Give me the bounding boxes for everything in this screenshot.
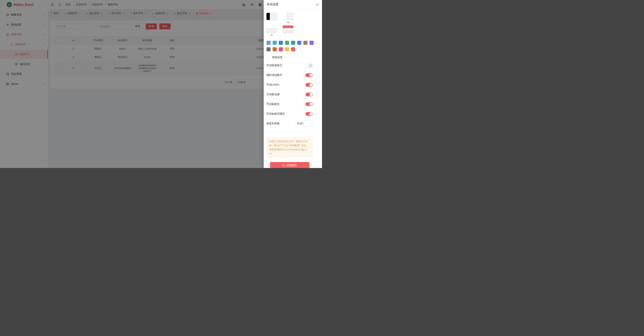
- toggle-knob: [310, 74, 312, 77]
- theme-color-swatch[interactable]: [266, 41, 270, 45]
- toggle-knob: [310, 103, 312, 106]
- layout-option-sidebar-dark[interactable]: [266, 13, 277, 25]
- breadcrumb-toggle[interactable]: [306, 93, 313, 96]
- layout-options: [266, 13, 313, 38]
- setting-label: 标签页风格: [266, 122, 280, 125]
- theme-color-swatch[interactable]: [285, 47, 289, 51]
- setting-tabs-cache: 开启标签页缓存: [266, 109, 313, 119]
- close-icon[interactable]: [316, 3, 319, 6]
- layout-option-header-light[interactable]: [266, 25, 277, 38]
- setting-label: 开启标签页: [266, 103, 280, 106]
- theme-color-swatch[interactable]: [266, 47, 270, 51]
- tabs-toggle[interactable]: [306, 102, 313, 106]
- theme-color-swatch[interactable]: [272, 47, 277, 51]
- logo-toggle[interactable]: [306, 83, 313, 87]
- layout-thumb-sidebar-light-icon: [283, 13, 293, 20]
- layout-settings-drawer: 布局设置: [264, 0, 322, 168]
- layout-thumb-header-primary-icon: [283, 25, 293, 32]
- setting-label: 开启标签页缓存: [266, 112, 285, 116]
- theme-color-swatch[interactable]: [279, 47, 283, 51]
- sidebar-accordion-toggle[interactable]: [306, 73, 313, 77]
- app-root: Maku Boot 权限管理 系统设置 应用管理 消息管理: [0, 0, 322, 168]
- setting-tabs: 开启标签页: [266, 99, 313, 109]
- layout-thumb-sidebar-dark-icon: [266, 13, 277, 20]
- interface-settings-list: 开启暗黑模式 侧栏排他展开 开启LOGO 开启面包屑 开启标签页: [266, 61, 313, 128]
- copy-icon: [282, 164, 285, 167]
- theme-color-swatch[interactable]: [291, 41, 295, 45]
- drawer-header: 布局设置: [264, 0, 322, 9]
- interface-settings-title: 界面设置: [272, 56, 282, 59]
- tab-style-select[interactable]: 风格1: [295, 121, 313, 127]
- toggle-knob: [306, 64, 309, 67]
- setting-label: 侧栏排他展开: [266, 73, 282, 77]
- layout-thumb-header-light-icon: [266, 25, 277, 32]
- copy-config-button[interactable]: 复制配置: [270, 162, 310, 168]
- theme-color-swatch[interactable]: [303, 41, 308, 45]
- layout-option-sidebar-light[interactable]: [283, 13, 293, 25]
- setting-label: 开启面包屑: [266, 93, 280, 96]
- theme-color-swatch[interactable]: [297, 41, 301, 45]
- drawer-body: 界面设置 开启暗黑模式 侧栏排他展开 开启LOGO 开启面包屑: [264, 9, 322, 168]
- toggle-knob: [310, 112, 312, 115]
- setting-tab-style: 标签页风格 风格1: [266, 119, 313, 128]
- setting-logo: 开启LOGO: [266, 80, 313, 90]
- drawer-title: 布局设置: [267, 2, 278, 6]
- chevron-down-icon: [308, 122, 311, 125]
- tab-style-value: 风格1: [297, 122, 304, 125]
- toggle-knob: [310, 83, 312, 86]
- theme-color-swatch[interactable]: [310, 41, 314, 45]
- dark-mode-toggle[interactable]: [306, 64, 313, 67]
- setting-dark-mode: 开启暗黑模式: [266, 61, 313, 70]
- settings-notice: 设置之后仅是临时生效，要想永久生效，需点击下方的 "复制配置" 按钮，将配置替换…: [266, 137, 313, 158]
- layout-option-header-primary[interactable]: [283, 25, 293, 38]
- copy-config-label: 复制配置: [286, 164, 297, 167]
- setting-label: 开启暗黑模式: [266, 64, 282, 67]
- theme-color-swatch[interactable]: [285, 41, 289, 45]
- setting-breadcrumb: 开启面包屑: [266, 90, 313, 99]
- interface-settings-divider: 界面设置: [266, 56, 313, 59]
- toggle-knob: [310, 93, 312, 96]
- check-icon: [292, 48, 294, 51]
- tabs-cache-toggle[interactable]: [306, 112, 313, 116]
- theme-color-swatch[interactable]: [272, 41, 277, 45]
- theme-color-swatch-selected[interactable]: [291, 47, 295, 51]
- setting-label: 开启LOGO: [266, 83, 279, 87]
- selected-dot: [271, 34, 272, 35]
- theme-color-swatches: [266, 41, 313, 51]
- selected-dot: [287, 21, 289, 23]
- theme-color-swatch[interactable]: [279, 41, 283, 45]
- setting-sidebar-accordion: 侧栏排他展开: [266, 70, 313, 80]
